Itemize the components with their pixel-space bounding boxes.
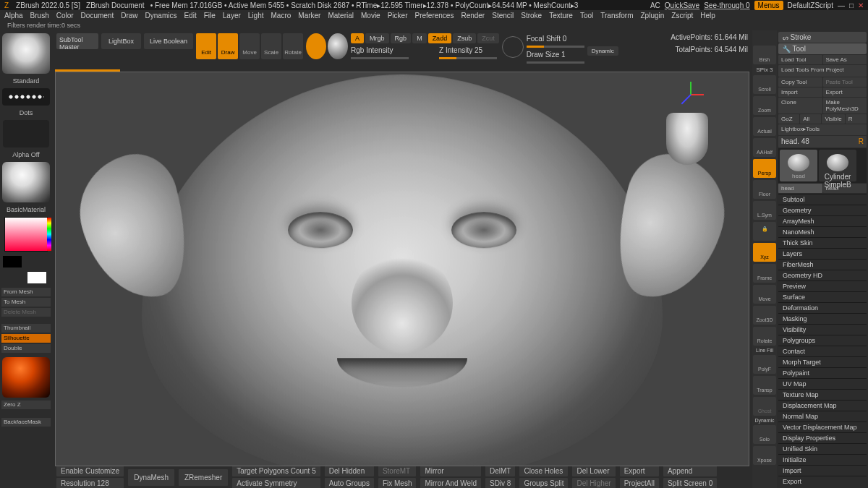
from-mesh-button[interactable]: From Mesh — [1, 288, 51, 296]
draw-size-slider[interactable] — [527, 61, 584, 64]
polyf-button[interactable]: PolyF — [753, 355, 776, 374]
preview-sphere[interactable] — [2, 357, 50, 398]
accordion-nanomesh[interactable]: NanoMesh — [778, 226, 867, 237]
window-minimize-icon[interactable]: — — [838, 1, 845, 9]
axis-gizmo[interactable] — [676, 80, 705, 108]
menu-tool[interactable]: Tool — [580, 12, 593, 20]
menu-picker[interactable]: Picker — [388, 12, 408, 20]
split-screen-slider[interactable]: Split Screen 0 — [663, 478, 717, 488]
goz-button[interactable]: GoZ — [778, 114, 799, 124]
accordion-polygroups[interactable]: Polygroups — [778, 335, 867, 346]
activate-symmetry-button[interactable]: Activate Symmetry — [232, 478, 320, 488]
goz-all-button[interactable]: All — [800, 114, 821, 124]
import-button[interactable]: Import — [778, 87, 822, 97]
subtool-head-thumb[interactable]: head — [780, 150, 817, 181]
m-button[interactable]: M — [412, 33, 427, 43]
edit-mode-button[interactable]: Edit — [196, 33, 216, 59]
menu-zscript[interactable]: Zscript — [671, 12, 693, 20]
gizmo-button[interactable] — [306, 33, 326, 59]
rotate-view-button[interactable]: Rotate — [753, 327, 776, 346]
paste-tool-button[interactable]: Paste Tool — [823, 77, 867, 87]
live-boolean-button[interactable]: Live Boolean — [144, 33, 193, 49]
alpha-thumbnail[interactable] — [3, 120, 49, 147]
quicksave-button[interactable]: QuickSave — [665, 1, 699, 9]
store-mt-button[interactable]: StoreMT — [378, 466, 417, 476]
to-mesh-button[interactable]: To Mesh — [1, 298, 51, 307]
window-close-icon[interactable]: ✕ — [858, 1, 864, 9]
color-swatch-black[interactable] — [3, 256, 22, 267]
lsym-button[interactable]: L.Sym — [753, 201, 776, 220]
zcut-button[interactable]: Zcut — [477, 33, 499, 43]
menu-zplugin[interactable]: Zplugin — [641, 12, 665, 20]
delete-mesh-button[interactable]: Delete Mesh — [1, 308, 51, 317]
ghost-button[interactable]: Ghost — [753, 397, 776, 416]
lightbox-button[interactable]: LightBox — [101, 33, 141, 49]
zoom-button[interactable]: Zoom — [753, 96, 776, 115]
menu-transform[interactable]: Transform — [600, 12, 633, 20]
spix-label[interactable]: SPix 3 — [752, 66, 777, 74]
accordion-subtool[interactable]: Subtool — [778, 194, 867, 205]
accordion-preview[interactable]: Preview — [778, 281, 867, 291]
menu-brush[interactable]: Brush — [30, 12, 49, 20]
accordion-arraymesh[interactable]: ArrayMesh — [778, 215, 867, 226]
menus-toggle[interactable]: Menus — [754, 1, 783, 10]
tool-name-slider[interactable]: head. 48R — [778, 136, 867, 147]
fix-mesh-button[interactable]: Fix Mesh — [378, 478, 417, 488]
sdiv-slider[interactable]: SDiv 8 — [485, 478, 515, 488]
rgb-intensity-slider[interactable] — [351, 57, 409, 59]
zoom3d-button[interactable]: Zoot3D — [753, 306, 776, 325]
load-tool-button[interactable]: Load Tool — [778, 55, 822, 64]
material-thumbnail[interactable] — [2, 162, 50, 202]
panel-stroke-header[interactable]: ᔕ Stroke — [778, 32, 867, 43]
camera-thumbnail[interactable] — [666, 113, 708, 165]
menu-file[interactable]: File — [204, 12, 216, 20]
copy-tool-button[interactable]: Copy Tool — [778, 77, 822, 87]
accordion-import[interactable]: Import — [778, 465, 867, 476]
menu-layer[interactable]: Layer — [223, 12, 241, 20]
menu-texture[interactable]: Texture — [549, 12, 573, 20]
menu-material[interactable]: Material — [328, 12, 354, 20]
silhouette-button[interactable]: Silhouette — [1, 334, 51, 343]
auto-groups-button[interactable]: Auto Groups — [325, 478, 374, 488]
export-tool-button[interactable]: Export — [823, 87, 867, 97]
del-lower-button[interactable]: Del Lower — [572, 466, 615, 476]
zsub-button[interactable]: Zsub — [453, 33, 476, 43]
brsh-button[interactable]: Brsh — [753, 46, 776, 64]
accordion-morph-target[interactable]: Morph Target — [778, 356, 867, 367]
accordion-displacement-map[interactable]: Displacement Map — [778, 400, 867, 411]
accordion-geometry-hd[interactable]: Geometry HD — [778, 270, 867, 281]
stroke-thumbnail[interactable] — [2, 88, 50, 106]
rgb-button[interactable]: Rgb — [391, 33, 412, 43]
menu-movie[interactable]: Movie — [361, 12, 380, 20]
menu-light[interactable]: Light — [248, 12, 264, 20]
groups-split-button[interactable]: Groups Split — [519, 478, 568, 488]
menu-edit[interactable]: Edit — [184, 12, 196, 20]
backface-mask-button[interactable]: BackfaceMask — [1, 418, 51, 427]
make-polymesh-button[interactable]: Make PolyMesh3D — [823, 98, 867, 114]
mirror-button[interactable]: Mirror — [420, 466, 481, 476]
a-mode-button[interactable]: A — [351, 33, 364, 43]
color-picker[interactable] — [4, 217, 48, 252]
accordion-display-properties[interactable]: Display Properties — [778, 432, 867, 443]
zero-z-button[interactable]: Zero Z — [1, 401, 51, 409]
transp-button[interactable]: Transp — [753, 376, 776, 395]
move-mode-button[interactable]: Move — [239, 33, 260, 59]
panel-tool-header[interactable]: 🔧 Tool — [778, 43, 867, 54]
goz-visible-button[interactable]: Visible — [822, 114, 844, 124]
accordion-export[interactable]: Export — [778, 476, 867, 487]
resolution-slider[interactable]: Resolution 128 — [56, 478, 124, 488]
menu-help[interactable]: Help — [700, 12, 715, 20]
color-swatch-white[interactable] — [27, 272, 46, 283]
dynamesh-button[interactable]: DynaMesh — [128, 469, 174, 486]
accordion-thick-skin[interactable]: Thick Skin — [778, 237, 867, 248]
z-intensity-slider[interactable] — [439, 57, 497, 59]
solo-button[interactable]: Solo — [753, 425, 776, 444]
mrgb-button[interactable]: Mrgb — [365, 33, 389, 43]
sculpt-mesh[interactable] — [142, 74, 663, 466]
frame-button[interactable]: Frame — [753, 264, 776, 283]
xyz-button[interactable]: Xyz — [753, 243, 776, 262]
mirror-weld-button[interactable]: Mirror And Weld — [420, 478, 481, 488]
accordion-texture-map[interactable]: Texture Map — [778, 389, 867, 400]
scale-mode-button[interactable]: Scale — [261, 33, 281, 59]
accordion-layers[interactable]: Layers — [778, 248, 867, 259]
